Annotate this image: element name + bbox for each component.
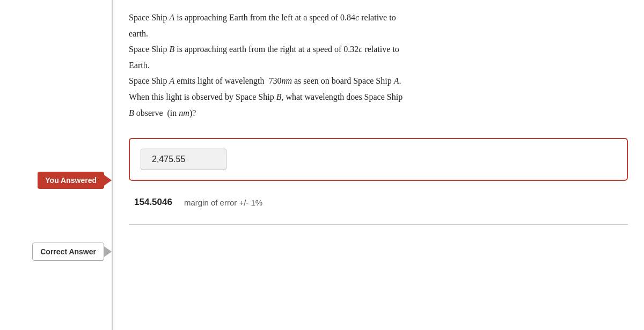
margin-error-text: margin of error +/- 1% <box>184 198 262 207</box>
question-line-4: Earth. <box>129 58 628 72</box>
question-line-2: earth. <box>129 27 628 41</box>
question-text: Space Ship A is approaching Earth from t… <box>129 11 628 122</box>
question-line-5: Space Ship A emits light of wavelength 7… <box>129 74 628 88</box>
correct-answer-section: 154.5046 margin of error +/- 1% <box>129 197 628 208</box>
question-line-7: B observe (in nm)? <box>129 106 628 120</box>
you-answered-arrow <box>104 175 112 186</box>
sidebar: You Answered Correct Answer <box>0 0 113 330</box>
correct-answer-value: 154.5046 <box>134 197 172 208</box>
main-content: Space Ship A is approaching Earth from t… <box>113 0 644 330</box>
question-line-3: Space Ship B is approaching earth from t… <box>129 42 628 56</box>
bottom-divider <box>129 224 628 225</box>
question-line-6: When this light is observed by Space Shi… <box>129 90 628 104</box>
correct-answer-arrow <box>104 246 112 257</box>
correct-answer-label: Correct Answer <box>32 243 112 261</box>
you-answered-section: 2,475.55 <box>129 138 628 181</box>
you-answered-value: 2,475.55 <box>141 149 226 170</box>
question-line-1: Space Ship A is approaching Earth from t… <box>129 11 628 25</box>
you-answered-label: You Answered <box>38 172 112 189</box>
